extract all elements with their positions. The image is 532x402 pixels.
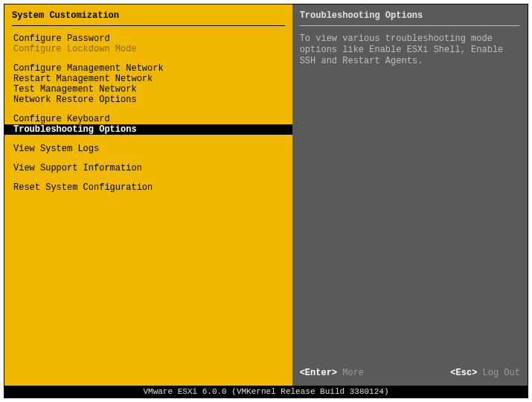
left-panel: System Customization Configure PasswordC… [4, 4, 292, 386]
menu-item-view-support-information[interactable]: View Support Information [12, 163, 285, 173]
hint-enter-label: More [342, 368, 364, 378]
hint-esc-label: Log Out [483, 368, 520, 378]
status-bar: VMware ESXi 6.0.0 (VMKernel Release Buil… [4, 386, 528, 398]
hint-esc[interactable]: <Esc> Log Out [450, 368, 520, 378]
left-divider [12, 25, 285, 26]
dcui-frame: System Customization Configure PasswordC… [4, 4, 528, 398]
menu-item-view-system-logs[interactable]: View System Logs [12, 144, 285, 154]
left-panel-title: System Customization [12, 7, 285, 25]
menu-item-configure-password[interactable]: Configure Password [12, 34, 285, 44]
menu-item-configure-keyboard[interactable]: Configure Keyboard [12, 114, 285, 124]
menu-group: View System Logs [12, 144, 285, 154]
right-panel-title: Troubleshooting Options [300, 7, 520, 25]
main-area: System Customization Configure PasswordC… [4, 4, 528, 386]
menu-group: Reset System Configuration [12, 182, 285, 193]
menu-group: Configure KeyboardTroubleshooting Option… [12, 114, 285, 135]
menu-item-configure-management-network[interactable]: Configure Management Network [12, 63, 285, 74]
hint-enter-key: <Enter> [300, 368, 337, 378]
menu-item-configure-lockdown-mode[interactable]: Configure Lockdown Mode [12, 44, 285, 54]
right-panel: Troubleshooting Options To view various … [292, 4, 528, 386]
menu-item-troubleshooting-options[interactable]: Troubleshooting Options [4, 124, 292, 135]
menu-item-network-restore-options[interactable]: Network Restore Options [12, 95, 285, 105]
menu: Configure PasswordConfigure Lockdown Mod… [12, 34, 285, 202]
right-body: To view various troubleshooting mode opt… [300, 34, 520, 363]
menu-group: View Support Information [12, 163, 285, 173]
menu-group: Configure Management NetworkRestart Mana… [12, 63, 285, 105]
footer-hints: <Enter> More <Esc> Log Out [300, 363, 520, 378]
menu-item-reset-system-configuration[interactable]: Reset System Configuration [12, 182, 285, 193]
right-divider [300, 25, 520, 26]
menu-item-test-management-network[interactable]: Test Management Network [12, 84, 285, 95]
menu-item-restart-management-network[interactable]: Restart Management Network [12, 74, 285, 84]
right-description: To view various troubleshooting mode opt… [300, 34, 520, 67]
menu-group: Configure PasswordConfigure Lockdown Mod… [12, 34, 285, 54]
hint-esc-key: <Esc> [450, 368, 477, 378]
hint-enter[interactable]: <Enter> More [300, 368, 364, 378]
